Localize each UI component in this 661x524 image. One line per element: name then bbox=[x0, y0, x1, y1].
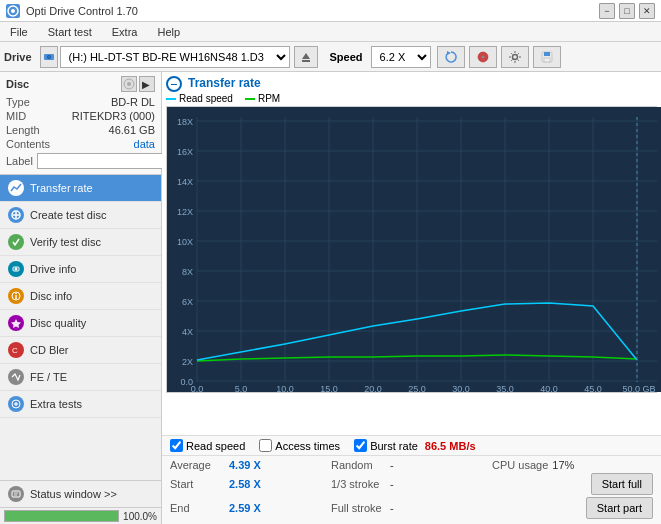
close-button[interactable]: ✕ bbox=[639, 3, 655, 19]
nav-drive-info[interactable]: Drive info bbox=[0, 256, 161, 283]
speed-label: Speed bbox=[330, 51, 363, 63]
drive-info-icon bbox=[8, 261, 24, 277]
cpu-usage-label: CPU usage bbox=[492, 459, 548, 471]
nav-fe-te[interactable]: FE / TE bbox=[0, 364, 161, 391]
chart-svg: 18X 16X 14X 12X 10X 8X 6X 4X 2X 0.0 bbox=[166, 106, 657, 393]
drive-select[interactable]: (H:) HL-DT-ST BD-RE WH16NS48 1.D3 bbox=[60, 46, 290, 68]
chart-title: Transfer rate bbox=[188, 76, 261, 90]
contents-key: Contents bbox=[6, 138, 50, 150]
title-bar: Opti Drive Control 1.70 − □ ✕ bbox=[0, 0, 661, 22]
cd-bler-icon: C bbox=[8, 342, 24, 358]
full-stroke-val: - bbox=[390, 502, 394, 514]
svg-text:12X: 12X bbox=[177, 207, 193, 217]
window-title: Opti Drive Control 1.70 bbox=[26, 5, 138, 17]
svg-point-23 bbox=[15, 268, 18, 271]
nav-disc-quality[interactable]: Disc quality bbox=[0, 310, 161, 337]
access-times-checkbox[interactable] bbox=[259, 439, 272, 452]
chart-icon bbox=[166, 76, 182, 92]
menu-extra[interactable]: Extra bbox=[106, 25, 144, 39]
disc-quality-icon bbox=[8, 315, 24, 331]
nav-cd-bler-label: CD Bler bbox=[30, 344, 69, 356]
nav-transfer-rate[interactable]: Transfer rate bbox=[0, 175, 161, 202]
svg-text:10X: 10X bbox=[177, 237, 193, 247]
sidebar-progress-fill bbox=[5, 511, 118, 521]
fe-te-icon bbox=[8, 369, 24, 385]
nav-disc-info[interactable]: Disc info bbox=[0, 283, 161, 310]
disc-icon-btn1[interactable] bbox=[121, 76, 137, 92]
label-input[interactable] bbox=[37, 153, 166, 169]
status-window-icon bbox=[8, 486, 24, 502]
type-val: BD-R DL bbox=[111, 96, 155, 108]
chart-legend: Read speed RPM bbox=[166, 93, 657, 104]
nav-cd-bler[interactable]: C CD Bler bbox=[0, 337, 161, 364]
svg-text:2X: 2X bbox=[182, 357, 193, 367]
type-key: Type bbox=[6, 96, 30, 108]
disc-panel: Disc ▶ Type BD-R DL MID RITEKDR3 (000) bbox=[0, 72, 161, 175]
status-section: Status window >> bbox=[0, 480, 161, 507]
settings-button[interactable] bbox=[501, 46, 529, 68]
maximize-button[interactable]: □ bbox=[619, 3, 635, 19]
start-part-button[interactable]: Start part bbox=[586, 497, 653, 519]
save-button[interactable] bbox=[533, 46, 561, 68]
speed-select[interactable]: 6.2 X bbox=[371, 46, 431, 68]
svg-text:20.0: 20.0 bbox=[364, 384, 382, 392]
nav-create-test-disc[interactable]: Create test disc bbox=[0, 202, 161, 229]
nav-drive-info-label: Drive info bbox=[30, 263, 76, 275]
svg-text:0.0: 0.0 bbox=[191, 384, 204, 392]
random-label: Random bbox=[331, 459, 386, 471]
eject-button[interactable] bbox=[294, 46, 318, 68]
nav-disc-quality-label: Disc quality bbox=[30, 317, 86, 329]
disc-button[interactable] bbox=[469, 46, 497, 68]
svg-text:C: C bbox=[12, 346, 18, 355]
transfer-rate-icon bbox=[8, 180, 24, 196]
nav-create-test-disc-label: Create test disc bbox=[30, 209, 106, 221]
status-window-item[interactable]: Status window >> bbox=[0, 481, 161, 507]
read-speed-checkbox[interactable] bbox=[170, 439, 183, 452]
content-area: Transfer rate Read speed RPM bbox=[162, 72, 661, 524]
create-test-disc-icon bbox=[8, 207, 24, 223]
main-layout: Disc ▶ Type BD-R DL MID RITEKDR3 (000) bbox=[0, 72, 661, 524]
nav-transfer-rate-label: Transfer rate bbox=[30, 182, 93, 194]
stroke13-val: - bbox=[390, 478, 394, 490]
drive-toolbar: Drive (H:) HL-DT-ST BD-RE WH16NS48 1.D3 … bbox=[0, 42, 661, 72]
menu-start-test[interactable]: Start test bbox=[42, 25, 98, 39]
nav-extra-tests[interactable]: Extra tests bbox=[0, 391, 161, 418]
svg-marker-27 bbox=[11, 319, 21, 328]
menu-bar: File Start test Extra Help bbox=[0, 22, 661, 42]
start-label: Start bbox=[170, 478, 225, 490]
svg-text:5.0: 5.0 bbox=[235, 384, 248, 392]
disc-info-icon bbox=[8, 288, 24, 304]
stats-area: Average 4.39 X Random - CPU usage 17% St… bbox=[162, 455, 661, 524]
random-val: - bbox=[390, 459, 394, 471]
read-speed-legend-dot bbox=[166, 98, 176, 100]
svg-text:15.0: 15.0 bbox=[320, 384, 338, 392]
svg-text:▶: ▶ bbox=[142, 79, 150, 90]
menu-file[interactable]: File bbox=[4, 25, 34, 39]
svg-rect-32 bbox=[12, 491, 20, 497]
read-speed-legend-label: Read speed bbox=[179, 93, 233, 104]
nav-verify-test-disc-label: Verify test disc bbox=[30, 236, 101, 248]
disc-icon-btn2[interactable]: ▶ bbox=[139, 76, 155, 92]
start-val: 2.58 X bbox=[229, 478, 274, 490]
svg-point-15 bbox=[127, 82, 131, 86]
rpm-legend-dot bbox=[245, 98, 255, 100]
start-full-button[interactable]: Start full bbox=[591, 473, 653, 495]
nav-fe-te-label: FE / TE bbox=[30, 371, 67, 383]
app-icon bbox=[6, 4, 20, 18]
refresh-button[interactable] bbox=[437, 46, 465, 68]
length-val: 46.61 GB bbox=[109, 124, 155, 136]
nav-list: Transfer rate Create test disc Verify te… bbox=[0, 175, 161, 418]
svg-rect-6 bbox=[302, 60, 310, 62]
svg-marker-5 bbox=[302, 53, 310, 59]
svg-text:6X: 6X bbox=[182, 297, 193, 307]
minimize-button[interactable]: − bbox=[599, 3, 615, 19]
nav-verify-test-disc[interactable]: Verify test disc bbox=[0, 229, 161, 256]
mid-key: MID bbox=[6, 110, 26, 122]
menu-help[interactable]: Help bbox=[151, 25, 186, 39]
average-label: Average bbox=[170, 459, 225, 471]
drive-label: Drive bbox=[4, 51, 32, 63]
svg-text:18X: 18X bbox=[177, 117, 193, 127]
burst-rate-checkbox[interactable] bbox=[354, 439, 367, 452]
disc-panel-icon: ▶ bbox=[121, 76, 155, 92]
read-speed-checkbox-label: Read speed bbox=[186, 440, 245, 452]
